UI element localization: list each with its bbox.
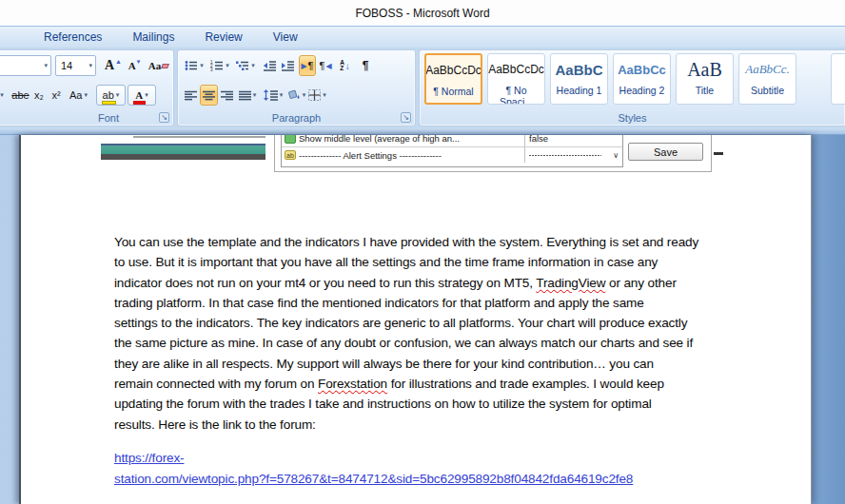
save-button[interactable]: Save xyxy=(628,143,703,161)
underline-button-partial[interactable]: ▾ xyxy=(0,85,9,106)
left-to-right-button[interactable]: ▶¶ xyxy=(299,55,316,76)
chevron-down-icon[interactable]: ▾ xyxy=(253,91,257,99)
chevron-down-icon[interactable]: ▾ xyxy=(116,91,120,99)
text-segment: updating the forum with the trades I tak… xyxy=(114,397,652,411)
sort-arrow-icon: ↓ xyxy=(345,61,350,71)
dropdown-chevron-icon: ∨ xyxy=(613,151,619,160)
window-title: FOBOSS - Microsoft Word xyxy=(355,7,489,20)
forum-hyperlink[interactable]: station.com/viewtopic.php?f=578267&t=847… xyxy=(114,472,633,486)
font-color-icon: A xyxy=(135,89,143,101)
document-text-line: they are alike in all respects. My suppo… xyxy=(114,354,733,374)
embedded-image-chart-fragment[interactable] xyxy=(101,135,265,160)
tab-view[interactable]: View xyxy=(258,28,313,48)
decrease-indent-button[interactable] xyxy=(261,55,280,76)
chevron-down-icon[interactable]: ▾ xyxy=(200,62,204,69)
document-text-line: You can use the template and the indicat… xyxy=(114,232,733,252)
subscript-button[interactable]: x₂ xyxy=(30,85,48,106)
increase-indent-button[interactable] xyxy=(279,55,298,76)
superscript-icon: x² xyxy=(51,89,60,101)
line-spacing-button[interactable]: ▾ xyxy=(261,85,285,106)
style-name: ¶ No Spaci... xyxy=(488,85,544,105)
chevron-down-icon[interactable]: ▾ xyxy=(280,91,284,99)
style-chip-normal[interactable]: AaBbCcDc¶ Normal xyxy=(424,53,482,105)
borders-button[interactable]: ▾ xyxy=(305,85,329,106)
chevron-down-icon[interactable]: ▾ xyxy=(84,91,88,99)
ltr-pilcrow-icon: ¶ xyxy=(308,60,314,71)
clear-formatting-button[interactable]: Aa xyxy=(147,55,170,76)
text-segment: settings to the indicators. The key indi… xyxy=(114,316,687,330)
chevron-down-icon[interactable]: ▾ xyxy=(44,62,48,69)
numbering-button[interactable]: 123 ▾ xyxy=(207,55,232,76)
font-name-combo[interactable]: ▾ xyxy=(0,55,51,76)
document-page[interactable]: Show middle level (average of high an...… xyxy=(19,135,812,504)
align-left-button[interactable] xyxy=(182,85,200,106)
title-bar: FOBOSS - Microsoft Word xyxy=(0,0,845,26)
hyperlink-line: https://forex- xyxy=(114,448,733,469)
align-center-button[interactable] xyxy=(200,85,218,106)
show-hide-pilcrow-button[interactable]: ¶ xyxy=(357,55,374,76)
chevron-down-icon[interactable]: ▾ xyxy=(0,91,4,99)
setting-value: false xyxy=(524,135,622,146)
boolean-setting-icon xyxy=(285,135,296,144)
shrink-font-icon: A xyxy=(128,60,136,71)
tab-references[interactable]: References xyxy=(29,28,117,48)
text-segment: the same picture as mine. In case of any… xyxy=(114,336,693,350)
font-size-combo[interactable]: 14 ▾ xyxy=(55,55,96,76)
tab-review[interactable]: Review xyxy=(189,28,257,48)
change-case-button[interactable]: Aa ▾ xyxy=(66,85,91,106)
settings-row: ab -------------- Alert Settings -------… xyxy=(282,146,622,163)
setting-label: Show middle level (average of high an... xyxy=(299,135,524,144)
style-chip-title[interactable]: AaBTitle xyxy=(676,53,734,105)
style-chip-no-spaci[interactable]: AaBbCcDc¶ No Spaci... xyxy=(487,53,545,105)
text-segment: they are alike in all respects. My suppo… xyxy=(114,357,654,371)
text-highlight-button[interactable]: ab ▾ xyxy=(96,85,126,106)
superscript-button[interactable]: x² xyxy=(48,85,65,106)
chevron-down-icon[interactable]: ▾ xyxy=(145,91,148,99)
bullets-button[interactable]: ▾ xyxy=(182,55,206,76)
document-paragraph[interactable]: You can use the template and the indicat… xyxy=(114,232,733,435)
image-grey-line xyxy=(133,136,265,138)
paragraph-group: ▾ 123 ▾ ▾ ▶¶ ¶◀ AZ xyxy=(177,49,416,126)
shrink-font-button[interactable]: A▾ xyxy=(125,55,144,76)
style-chip-subtitle[interactable]: AaBbCc.Subtitle xyxy=(738,53,796,105)
chevron-down-icon[interactable]: ▾ xyxy=(88,62,92,69)
image-dark-bar xyxy=(101,154,265,160)
forum-hyperlink[interactable]: https://forex- xyxy=(114,451,184,465)
grow-font-button[interactable]: A▲ xyxy=(102,55,125,76)
right-to-left-button[interactable]: ¶◀ xyxy=(317,55,334,76)
style-preview: AaBbC xyxy=(551,54,607,85)
word-window: FOBOSS - Microsoft Word ReferencesMailin… xyxy=(0,0,845,504)
misspelled-word: TradingView xyxy=(536,276,605,290)
misspelled-word: Forexstation xyxy=(318,377,387,391)
justify-button[interactable]: ▾ xyxy=(236,85,259,106)
settings-list: Show middle level (average of high an...… xyxy=(281,135,623,167)
style-chip-heading-2[interactable]: AaBbCcHeading 2 xyxy=(613,53,671,105)
sort-button[interactable]: AZ ↓ xyxy=(336,55,354,76)
style-chip-heading-1[interactable]: AaBbCHeading 1 xyxy=(550,53,608,105)
ribbon: ▾ 14 ▾ A▲ A▾ Aa ▾ abe x₂ xyxy=(0,48,845,128)
style-chip-partial[interactable] xyxy=(831,53,845,105)
font-size-value: 14 xyxy=(61,60,72,71)
document-text-line: the same picture as mine. In case of any… xyxy=(114,333,733,353)
font-dialog-launcher[interactable]: ↘ xyxy=(159,112,169,123)
chevron-down-icon[interactable]: ▾ xyxy=(226,62,229,69)
embedded-image-settings-dialog[interactable]: Show middle level (average of high an...… xyxy=(274,135,712,172)
pilcrow-icon: ¶ xyxy=(363,59,369,72)
strikethrough-button[interactable]: abe xyxy=(10,85,30,106)
font-group-label: Font xyxy=(0,112,173,124)
styles-group-label: Styles xyxy=(420,112,845,124)
font-color-button[interactable]: A ▾ xyxy=(128,85,156,106)
multilevel-list-button[interactable]: ▾ xyxy=(232,55,259,76)
highlight-icon: ab xyxy=(103,89,114,101)
ribbon-bottom-edge xyxy=(0,128,845,135)
text-segment: indicator does not run on your mt4 or yo… xyxy=(114,276,536,290)
tab-mailings[interactable]: Mailings xyxy=(117,28,189,48)
text-segment: You can use the template and the indicat… xyxy=(114,235,698,249)
align-right-button[interactable] xyxy=(218,85,236,106)
style-preview: AaB xyxy=(677,54,733,85)
paragraph-dialog-launcher[interactable]: ↘ xyxy=(401,112,411,123)
subscript-icon: x₂ xyxy=(34,89,44,101)
chevron-down-icon[interactable]: ▾ xyxy=(323,91,326,99)
grow-font-icon: A xyxy=(105,58,114,73)
chevron-down-icon[interactable]: ▾ xyxy=(251,62,255,69)
